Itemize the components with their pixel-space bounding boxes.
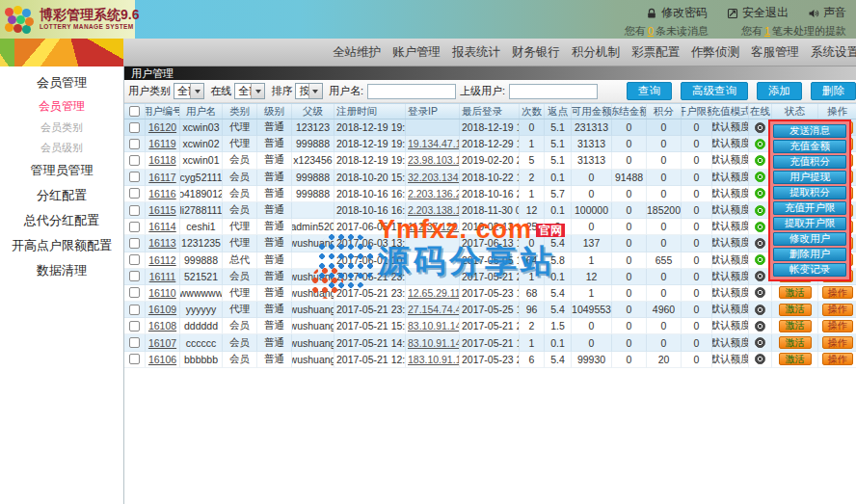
nav-finance-bank[interactable]: 财务银行 <box>512 44 560 61</box>
activate-button[interactable]: 激活 <box>779 320 812 332</box>
activate-button[interactable]: 激活 <box>779 336 812 349</box>
col-times[interactable]: 次数 <box>520 104 545 119</box>
row-checkbox[interactable] <box>129 188 140 199</box>
menu-item-account-change-log[interactable]: 帐变记录 <box>773 263 846 277</box>
add-button[interactable]: 添加 <box>757 82 802 100</box>
user-id-link[interactable]: 16108 <box>148 320 176 332</box>
col-parent[interactable]: 父级 <box>292 104 334 119</box>
menu-item-withdraw-points[interactable]: 提取积分 <box>773 186 846 199</box>
delete-button[interactable]: 删除 <box>811 82 856 100</box>
user-id-link[interactable]: 16109 <box>148 304 176 315</box>
menu-item-user-withdraw[interactable]: 用户提现 <box>773 171 846 184</box>
user-id-link[interactable]: 16110 <box>148 287 175 299</box>
change-password-button[interactable]: 修改密码 <box>646 5 708 21</box>
row-checkbox[interactable] <box>129 254 140 265</box>
unread-count[interactable]: 0 <box>646 25 655 37</box>
row-checkbox[interactable] <box>129 238 140 249</box>
login-ip-link[interactable]: 83.10.91.14 <box>408 320 460 332</box>
row-checkbox[interactable] <box>129 139 140 149</box>
col-balance[interactable]: 可用金额 <box>572 104 612 119</box>
col-user-id[interactable]: 用户编号 <box>146 104 180 119</box>
user-id-link[interactable]: 16112 <box>148 254 175 266</box>
col-points[interactable]: 积分 <box>647 104 682 119</box>
parent-user-input[interactable] <box>509 84 598 99</box>
user-id-link[interactable]: 16116 <box>148 188 175 199</box>
nav-system-settings[interactable]: 系统设置 <box>811 44 856 61</box>
user-id-link[interactable]: 16119 <box>148 138 175 149</box>
login-ip-link[interactable]: 183.10.91.16 <box>408 354 460 365</box>
login-ip-link[interactable]: 23.98.103.13 <box>408 154 460 166</box>
login-ip-link[interactable]: 112.37.129.5 <box>408 221 460 232</box>
row-checkbox[interactable] <box>129 122 140 133</box>
menu-item-recharge-points[interactable]: 充值积分 <box>773 155 846 169</box>
user-id-link[interactable]: 16118 <box>148 154 175 166</box>
row-checkbox[interactable] <box>129 271 140 281</box>
user-id-link[interactable]: 16113 <box>148 237 175 249</box>
menu-item-withdraw-open-limit[interactable]: 提取开户限 <box>773 217 846 230</box>
row-checkbox[interactable] <box>129 354 140 364</box>
row-checkbox[interactable] <box>129 222 140 232</box>
nav-account-management[interactable]: 账户管理 <box>392 44 441 61</box>
col-rebate[interactable]: 返点 <box>545 104 572 119</box>
row-checkbox[interactable] <box>129 155 140 166</box>
col-login-ip[interactable]: 登录IP <box>406 104 460 119</box>
sidebar-item-member-management-active[interactable]: 会员管理 <box>0 95 123 118</box>
nav-cheat-detection[interactable]: 作弊侦测 <box>691 44 739 61</box>
user-id-link[interactable]: 16115 <box>148 204 175 216</box>
col-register-time[interactable]: 注册时间 <box>334 104 406 119</box>
safe-logout-button[interactable]: 安全退出 <box>727 5 789 21</box>
login-ip-link[interactable]: 12.65.29.11 <box>408 287 460 299</box>
menu-item-send-message[interactable]: 发送消息 <box>773 124 846 138</box>
operate-button[interactable]: 操作 <box>822 320 853 332</box>
operate-button[interactable]: 操作 <box>822 336 853 349</box>
menu-item-delete-user[interactable]: 删除用户 <box>773 248 846 261</box>
user-id-link[interactable]: 16117 <box>148 172 175 183</box>
col-last-login[interactable]: 最后登录 <box>460 104 520 119</box>
user-id-link[interactable]: 16114 <box>148 221 175 232</box>
col-status[interactable]: 状态 <box>772 104 818 119</box>
menu-item-recharge-open-limit[interactable]: 充值开户限 <box>773 201 846 215</box>
login-ip-link[interactable]: 2.203.136.2 <box>408 188 460 199</box>
sidebar-item-high-point-limit-config[interactable]: 开高点户限额配置 <box>0 233 123 258</box>
sidebar-item-member-management-group[interactable]: 会员管理 <box>0 70 123 95</box>
nav-customer-service[interactable]: 客服管理 <box>751 44 799 61</box>
col-username[interactable]: 用户名 <box>180 104 223 119</box>
login-ip-link[interactable]: 19.134.47.10 <box>408 138 460 149</box>
operate-button[interactable]: 操作 <box>822 286 853 299</box>
col-level[interactable]: 级别 <box>257 104 292 119</box>
user-id-link[interactable]: 16120 <box>148 121 176 133</box>
col-frozen[interactable]: 冻结金额 <box>612 104 647 119</box>
col-operation[interactable]: 操作 <box>818 104 856 119</box>
pending-count[interactable]: 1 <box>762 25 772 37</box>
username-input[interactable] <box>367 84 456 99</box>
operate-button[interactable]: 操作 <box>822 304 853 316</box>
col-recharge-mode[interactable]: 充值模式 <box>712 104 749 119</box>
online-select[interactable]: 全部 <box>234 83 265 99</box>
menu-item-recharge-amount[interactable]: 充值金额 <box>773 140 846 153</box>
sidebar-item-member-level[interactable]: 会员级别 <box>0 138 123 158</box>
login-ip-link[interactable]: 83.10.91.14 <box>408 337 460 349</box>
login-ip-link[interactable]: 27.154.74.45 <box>408 304 460 315</box>
row-checkbox[interactable] <box>129 205 140 216</box>
query-button[interactable]: 查询 <box>627 82 672 100</box>
menu-item-edit-user[interactable]: 修改用户 <box>773 232 846 246</box>
user-id-link[interactable]: 16111 <box>149 271 176 282</box>
row-checkbox[interactable] <box>129 321 140 332</box>
user-type-select[interactable]: 全部 <box>174 83 204 99</box>
nav-lottery-config[interactable]: 彩票配置 <box>631 44 680 61</box>
row-checkbox[interactable] <box>129 287 140 298</box>
col-online[interactable]: 在线 <box>749 104 772 119</box>
sound-button[interactable]: 声音 <box>808 5 846 21</box>
sort-select[interactable]: 按注册时间 <box>295 83 322 99</box>
activate-button[interactable]: 激活 <box>779 304 812 316</box>
activate-button[interactable]: 激活 <box>779 353 812 365</box>
nav-site-maintenance[interactable]: 全站维护 <box>333 44 381 61</box>
advanced-query-button[interactable]: 高级查询 <box>681 82 748 100</box>
sidebar-item-dividend-config[interactable]: 分红配置 <box>0 183 123 208</box>
sidebar-item-general-agent-dividend[interactable]: 总代分红配置 <box>0 208 123 233</box>
user-id-link[interactable]: 16107 <box>148 337 176 349</box>
sidebar-item-admin-management[interactable]: 管理员管理 <box>0 158 123 183</box>
nav-report-statistics[interactable]: 报表统计 <box>452 44 500 61</box>
col-type[interactable]: 类别 <box>223 104 257 119</box>
activate-button[interactable]: 激活 <box>779 286 812 299</box>
